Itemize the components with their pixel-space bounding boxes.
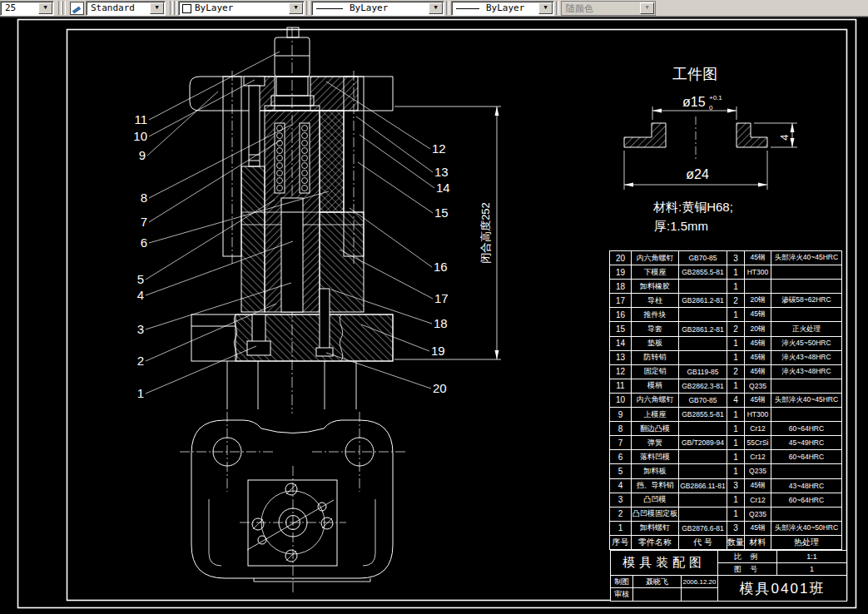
closed-height-label: 闭合高度252 xyxy=(479,202,492,264)
bom-cell: 16 xyxy=(609,307,632,322)
bom-header-row: 序号零件名称代 号数量材料热处理 xyxy=(610,536,847,550)
bom-cell xyxy=(678,279,727,294)
bom-cell: 防转销 xyxy=(631,350,679,365)
bom-cell: 43~48HRC xyxy=(771,478,842,493)
color-combo[interactable]: ByLayer ▼ xyxy=(178,1,305,16)
table-row: 15导套GB2861.2-81220钢正火处理 xyxy=(610,322,847,336)
plotstyle-combo-value: 随颜色 xyxy=(566,2,593,15)
color-combo-arrow-icon[interactable]: ▼ xyxy=(289,2,303,14)
text-style-button[interactable] xyxy=(68,1,85,15)
balloon-label: 1 xyxy=(137,386,144,400)
bom-cell: 13 xyxy=(609,350,632,365)
style-combo-arrow-icon[interactable]: ▼ xyxy=(150,2,164,14)
table-row: 6落料凹模1Cr1260~64HRC xyxy=(610,450,847,464)
plotstyle-combo-arrow-icon: ▼ xyxy=(640,2,654,14)
lineweight-combo[interactable]: ByLayer ▼ xyxy=(451,1,554,16)
drawing-date: 2006.12.20 xyxy=(681,575,718,588)
balloon-label: 6 xyxy=(141,235,147,250)
drafter-label: 制图 xyxy=(610,575,633,588)
balloon-label: 5 xyxy=(137,272,144,286)
workpiece-title: 工件图 xyxy=(672,66,717,82)
bom-cell xyxy=(771,507,842,522)
table-row: 4挡、导料销GB2866.11-81345钢43~48HRC xyxy=(610,479,847,493)
workpiece-dim-top: ø15 xyxy=(682,95,706,109)
bom-cell: 1 xyxy=(727,493,745,508)
bom-cell xyxy=(771,307,842,322)
plotstyle-combo: 随颜色 ▼ xyxy=(561,1,656,16)
bom-cell: 1 xyxy=(727,336,745,351)
workpiece-view: 工件图 ø15 +0.1 0 4 ø24 材料:黄铜H68; 厚:1.5mm xyxy=(624,66,797,233)
toolbar-separator xyxy=(58,1,62,15)
bom-cell: 60~64HRC xyxy=(771,493,842,508)
toolbar-separator xyxy=(446,1,449,15)
bom-cell: 头部淬火40~50HRC xyxy=(771,521,842,536)
bom-cell: Cr12 xyxy=(744,421,771,436)
style-combo-value: Standard xyxy=(91,2,135,13)
bom-cell xyxy=(678,421,727,436)
bom-cell: 10 xyxy=(609,393,632,408)
bom-cell: GB/T2089-94 xyxy=(678,435,727,450)
bom-cell: GB70-85 xyxy=(678,250,727,265)
bom-cell: 头部淬火40~45HRC xyxy=(771,393,842,408)
workpiece-material-note: 材料:黄铜H68; xyxy=(652,200,733,214)
toolbar-separator xyxy=(556,1,559,15)
balloon-label: 10 xyxy=(133,129,147,143)
bom-cell: Cr12 xyxy=(744,449,771,464)
bom-cell: 1 xyxy=(727,307,745,322)
bom-cell: 1 xyxy=(727,421,745,436)
bom-header-cell: 材料 xyxy=(744,535,771,550)
bom-cell: HT300 xyxy=(744,407,771,422)
bom-cell: 卸料螺钉 xyxy=(631,521,679,536)
bom-cell: 4 xyxy=(609,478,632,493)
toolbar: 25 ▼ Standard ▼ ByLayer ▼ ByLayer ▼ ByLa… xyxy=(0,0,868,16)
bom-cell: 11 xyxy=(609,379,632,394)
bom-cell: 2 xyxy=(727,293,745,308)
bom-cell xyxy=(744,279,771,294)
workpiece-thickness-note: 厚:1.5mm xyxy=(654,219,708,233)
lineweight-combo-arrow-icon[interactable]: ▼ xyxy=(538,2,553,14)
bom-cell: 1 xyxy=(727,279,745,294)
left-combo-arrow-icon[interactable]: ▼ xyxy=(38,2,52,14)
drawing-title: 模具装配图 xyxy=(610,550,718,576)
sheet-number-value: 1 xyxy=(776,562,847,576)
plan-view xyxy=(180,412,406,592)
class-name: 模具0401班 xyxy=(717,575,847,602)
bom-cell xyxy=(771,407,842,422)
bom-cell: 1 xyxy=(727,350,745,365)
bom-cell: GB2876.6-81 xyxy=(678,521,727,536)
bom-cell xyxy=(678,307,727,322)
bom-cell: 9 xyxy=(609,407,632,422)
bom-cell: 导柱 xyxy=(631,293,679,308)
toolbar-separator xyxy=(306,1,310,15)
bom-cell: 60~64HRC xyxy=(771,449,842,464)
bom-cell: 12 xyxy=(609,364,632,379)
bom-header-cell: 代 号 xyxy=(678,535,727,550)
workpiece-dim-top-tol-upper: +0.1 xyxy=(709,94,722,102)
bom-cell: 卸料橡胶 xyxy=(631,279,679,294)
bom-cell: 推件块 xyxy=(631,307,679,322)
bom-cell: 45钢 xyxy=(744,307,771,322)
bom-cell: 45钢 xyxy=(744,393,771,408)
balloon-label: 15 xyxy=(434,205,449,220)
bom-cell: 4 xyxy=(727,393,745,408)
bom-cell: 头部淬火40~45HRC xyxy=(771,250,842,265)
linetype-combo[interactable]: ByLayer ▼ xyxy=(311,1,444,16)
bom-cell: 3 xyxy=(727,478,745,493)
left-combo[interactable]: 25 ▼ xyxy=(0,1,54,16)
bom-cell: 1 xyxy=(727,379,745,394)
balloon-label: 4 xyxy=(137,288,144,302)
bom-header-cell: 数量 xyxy=(727,535,745,550)
table-row: 20内六角螺钉GB70-85345钢头部淬火40~45HRC xyxy=(610,251,847,265)
table-row: 13防转销145钢淬火43~48HRC xyxy=(610,351,847,365)
balloon-label: 17 xyxy=(434,291,449,305)
bom-cell: 1 xyxy=(727,435,745,450)
table-row: 19下模座GB2855.5-811HT300 xyxy=(610,265,847,280)
bom-cell: 1 xyxy=(727,507,745,522)
bom-cell xyxy=(678,463,727,478)
balloon-label: 2 xyxy=(137,354,144,368)
table-row: 18卸料橡胶1 xyxy=(610,280,847,294)
bom-cell: 8 xyxy=(609,421,632,436)
scale-label: 比 例 xyxy=(717,550,777,563)
style-combo[interactable]: Standard ▼ xyxy=(86,1,166,16)
linetype-combo-arrow-icon[interactable]: ▼ xyxy=(429,2,443,14)
